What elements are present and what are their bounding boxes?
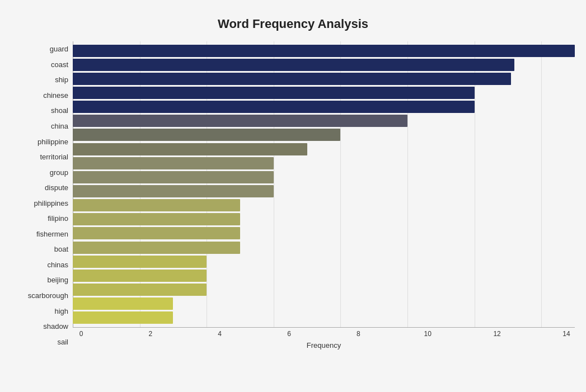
y-label: shoal: [51, 103, 68, 118]
bar-row: [73, 199, 575, 212]
bar-row: [73, 283, 575, 296]
y-label: shadow: [43, 319, 68, 334]
bar: [73, 101, 475, 113]
bar-row: [73, 171, 575, 184]
bar-row: [73, 241, 575, 254]
bar-row: [73, 157, 575, 170]
bar: [73, 87, 475, 99]
bar: [73, 297, 173, 310]
y-label: group: [50, 165, 68, 180]
x-tick: 4: [212, 330, 228, 338]
bar-row: [73, 58, 575, 72]
x-tick: 2: [142, 330, 159, 338]
bar-row: [73, 86, 575, 100]
y-label: high: [54, 304, 68, 318]
bars-rows: [73, 41, 575, 327]
x-tick: 14: [558, 330, 575, 338]
bar: [73, 73, 511, 85]
chart-title: Word Frequency Analysis: [11, 11, 575, 31]
bar: [73, 143, 307, 155]
bar: [73, 199, 240, 211]
bars-and-x: 02468101214 Frequency: [73, 41, 575, 350]
bar-row: [73, 44, 575, 58]
bar: [73, 311, 173, 324]
y-axis: guardcoastshipchineseshoalchinaphilippin…: [11, 41, 73, 350]
bar-row: [73, 269, 575, 282]
y-label: scarborough: [28, 289, 68, 303]
bar: [73, 115, 407, 127]
bar: [73, 213, 240, 225]
bar: [73, 45, 575, 57]
bar-row: [73, 72, 575, 86]
bar-row: [73, 212, 575, 226]
y-label: guard: [50, 42, 68, 56]
x-tick: 6: [281, 330, 298, 338]
y-label: philippines: [34, 196, 68, 210]
bar: [73, 171, 274, 183]
x-axis: 02468101214: [73, 327, 575, 338]
bar-row: [73, 226, 575, 240]
y-label: filipino: [48, 211, 68, 226]
x-tick: 0: [73, 330, 90, 338]
bar: [73, 129, 340, 141]
y-label: philippine: [37, 134, 68, 149]
bar: [73, 227, 240, 239]
y-label: chinas: [47, 257, 68, 272]
bar-row: [73, 185, 575, 198]
bar-row: [73, 255, 575, 268]
y-label: fishermen: [36, 226, 68, 241]
bar-row: [73, 114, 575, 127]
y-label: coast: [51, 57, 68, 72]
bar-row: [73, 297, 575, 310]
y-label: beijing: [47, 273, 68, 287]
bar-row: [73, 128, 575, 141]
y-label: territorial: [40, 150, 68, 164]
y-label: boat: [54, 242, 68, 257]
bar-row: [73, 143, 575, 156]
bar: [73, 59, 514, 71]
y-label: ship: [55, 73, 68, 87]
y-label: china: [51, 119, 68, 134]
y-label: dispute: [45, 181, 68, 195]
y-label: sail: [57, 334, 68, 349]
x-tick: 10: [419, 330, 436, 338]
chart-container: Word Frequency Analysis guardcoastshipch…: [0, 0, 586, 392]
bar: [73, 242, 240, 254]
x-axis-label: Frequency: [73, 341, 575, 350]
bar: [73, 270, 207, 282]
x-tick: 8: [350, 330, 367, 338]
chart-area: guardcoastshipchineseshoalchinaphilippin…: [11, 41, 575, 350]
bar-row: [73, 311, 575, 324]
bars-area: [73, 41, 575, 327]
x-tick: 12: [489, 330, 505, 338]
bar: [73, 185, 274, 197]
y-label: chinese: [43, 88, 68, 102]
bar: [73, 157, 274, 169]
bar: [73, 284, 207, 296]
bar-row: [73, 100, 575, 114]
bar: [73, 256, 207, 268]
